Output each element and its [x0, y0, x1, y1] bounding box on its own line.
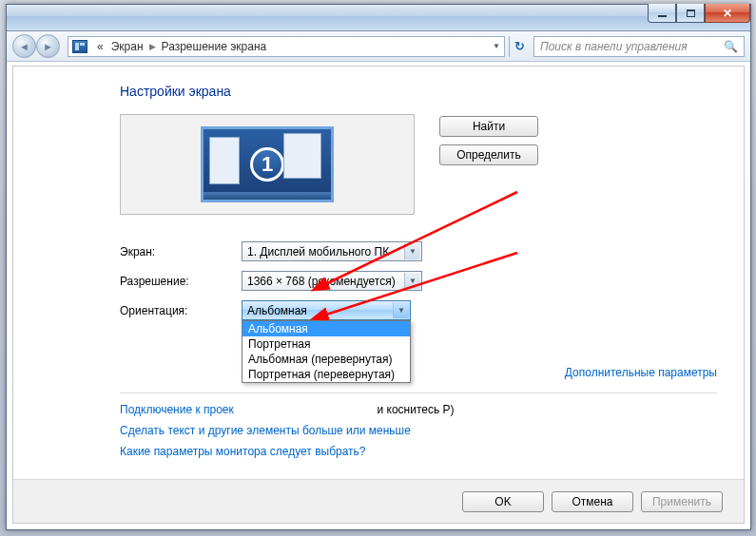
- orientation-dropdown: Альбомная Портретная Альбомная (переверн…: [242, 320, 411, 383]
- advanced-settings-link[interactable]: Дополнительные параметры: [565, 366, 717, 379]
- window-controls: ✕: [648, 4, 750, 23]
- search-placeholder: Поиск в панели управления: [540, 40, 688, 53]
- resolution-value: 1366 × 768 (рекомендуется): [247, 275, 396, 288]
- monitor-number-badge: 1: [250, 147, 284, 182]
- orientation-label: Ориентация:: [120, 304, 242, 317]
- chevron-down-icon: ▼: [404, 273, 420, 289]
- search-icon[interactable]: 🔍: [724, 40, 738, 53]
- resolution-label: Разрешение:: [120, 275, 242, 288]
- breadcrumb-2[interactable]: Разрешение экрана: [158, 40, 271, 53]
- address-bar[interactable]: « Экран ▶ Разрешение экрана ▼: [68, 36, 505, 57]
- orientation-option[interactable]: Портретная: [242, 336, 410, 352]
- chevron-down-icon: ▼: [393, 302, 409, 318]
- address-dropdown-icon[interactable]: ▼: [493, 42, 500, 50]
- nav-back-button[interactable]: ◄: [12, 34, 36, 58]
- refresh-button[interactable]: ↻: [509, 36, 530, 57]
- resolution-select[interactable]: 1366 × 768 (рекомендуется) ▼: [242, 271, 422, 291]
- control-panel-icon: [72, 40, 87, 53]
- screen-value: 1. Дисплей мобильного ПК: [247, 245, 389, 258]
- screen-label: Экран:: [120, 245, 242, 258]
- navbar: ◄ ► « Экран ▶ Разрешение экрана ▼ ↻ Поис…: [7, 31, 750, 62]
- projector-suffix: и коснитесь P): [377, 403, 454, 416]
- maximize-button[interactable]: [676, 4, 705, 23]
- breadcrumb-1[interactable]: Экран: [107, 40, 147, 53]
- monitor-thumbnail[interactable]: 1: [201, 126, 334, 202]
- search-input[interactable]: Поиск в панели управления 🔍: [533, 36, 745, 57]
- breadcrumb-prefix: «: [93, 40, 107, 53]
- minimize-button[interactable]: [648, 4, 676, 23]
- find-button[interactable]: Найти: [439, 116, 538, 137]
- page-title: Настройки экрана: [120, 84, 717, 99]
- chevron-right-icon: ▶: [147, 42, 158, 51]
- ok-button[interactable]: OK: [462, 491, 544, 512]
- which-monitor-link[interactable]: Какие параметры монитора следует выбрать…: [120, 445, 366, 458]
- close-button[interactable]: ✕: [705, 4, 750, 23]
- content-panel: Настройки экрана 1 Найти Определить Экра: [12, 66, 745, 524]
- chevron-down-icon: ▼: [404, 243, 420, 259]
- detect-button[interactable]: Определить: [439, 144, 538, 165]
- orientation-value: Альбомная: [247, 304, 307, 317]
- orientation-option[interactable]: Портретная (перевернутая): [242, 367, 410, 382]
- orientation-select[interactable]: Альбомная ▼ Альбомная Портретная Альбомн…: [242, 300, 411, 320]
- cancel-button[interactable]: Отмена: [552, 491, 633, 512]
- display-preview[interactable]: 1: [120, 114, 415, 215]
- dialog-footer: OK Отмена Применить: [13, 479, 744, 523]
- window-frame: ✕ ◄ ► « Экран ▶ Разрешение экрана ▼ ↻ По…: [6, 4, 751, 530]
- titlebar[interactable]: ✕: [7, 5, 750, 31]
- screen-select[interactable]: 1. Дисплей мобильного ПК ▼: [242, 241, 422, 261]
- nav-forward-button[interactable]: ►: [36, 34, 60, 58]
- projector-link[interactable]: Подключение к проек: [120, 403, 234, 416]
- apply-button[interactable]: Применить: [641, 491, 723, 512]
- divider: [120, 392, 717, 393]
- orientation-option[interactable]: Альбомная (перевернутая): [242, 352, 410, 367]
- text-size-link[interactable]: Сделать текст и другие элементы больше и…: [120, 424, 411, 437]
- orientation-option[interactable]: Альбомная: [242, 321, 410, 336]
